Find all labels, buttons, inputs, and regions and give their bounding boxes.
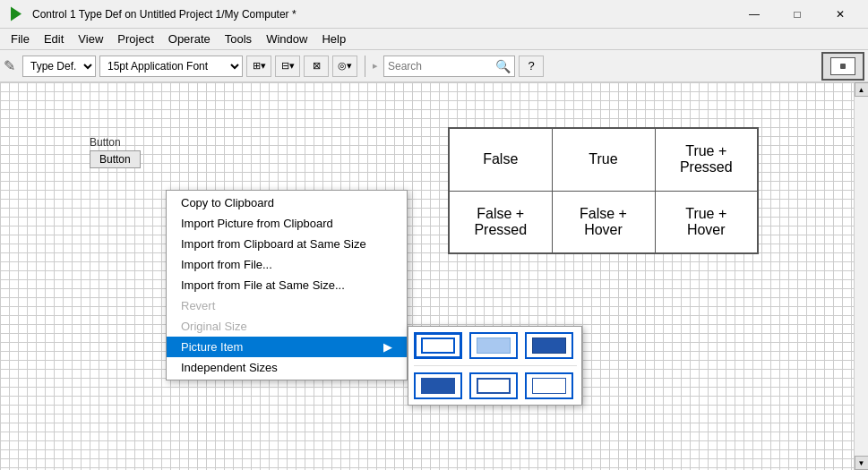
submenu-icon-light <box>477 338 511 354</box>
search-input[interactable] <box>388 60 495 73</box>
ctx-revert: Revert <box>167 295 407 316</box>
menu-help[interactable]: Help <box>314 30 353 47</box>
submenu-item-white-outline2[interactable] <box>525 372 573 399</box>
ctx-import-file-same[interactable]: Import from File at Same Size... <box>167 275 407 295</box>
canvas-button[interactable]: Button <box>90 150 141 168</box>
ctx-import-file[interactable]: Import from File... <box>167 254 407 275</box>
submenu-item-white-outline1[interactable] <box>469 372 518 399</box>
submenu <box>408 326 582 406</box>
state-cell-false: False <box>449 128 552 191</box>
menu-window[interactable]: Window <box>259 30 314 47</box>
state-grid: False True True +Pressed False +Pressed … <box>448 127 759 254</box>
state-cell-false-hover: False +Hover <box>552 191 655 253</box>
state-cell-true-hover: True +Hover <box>655 191 758 253</box>
type-def-dropdown[interactable]: Type Def. <box>22 56 96 77</box>
submenu-icon-white2 <box>532 378 566 394</box>
menu-edit[interactable]: Edit <box>37 30 71 47</box>
help-button[interactable]: ? <box>519 56 544 77</box>
submenu-arrow-icon: ▶ <box>383 340 392 354</box>
scroll-up-button[interactable]: ▲ <box>855 82 869 97</box>
titlebar: Control 1 Type Def on Untitled Project 1… <box>0 0 868 29</box>
submenu-icon-dark <box>532 338 566 354</box>
state-cell-false-pressed: False +Pressed <box>449 191 552 253</box>
submenu-icon-dark2 <box>421 378 455 394</box>
window-controls: — □ ✕ <box>734 0 861 29</box>
search-icon[interactable]: 🔍 <box>495 59 511 73</box>
submenu-item-dark[interactable] <box>525 332 573 359</box>
ctx-import-clipboard[interactable]: Import Picture from Clipboard <box>167 213 407 234</box>
toolbar-btn-4[interactable]: ◎▾ <box>332 56 357 77</box>
button-widget-label: Button <box>90 136 141 149</box>
context-menu: Copy to Clipboard Import Picture from Cl… <box>166 190 408 380</box>
ctx-picture-item-label: Picture Item <box>181 340 243 354</box>
ctx-copy-clipboard[interactable]: Copy to Clipboard <box>167 192 407 213</box>
state-cell-true-pressed: True +Pressed <box>655 128 758 191</box>
ctx-original-size: Original Size <box>167 316 407 337</box>
menu-file[interactable]: File <box>4 30 37 47</box>
submenu-icon-white1 <box>477 378 511 394</box>
toolbar-btn-3[interactable]: ⊠ <box>304 56 329 77</box>
window-title: Control 1 Type Def on Untitled Project 1… <box>32 8 296 21</box>
ctx-picture-item[interactable]: Picture Item ▶ <box>167 337 407 357</box>
right-scrollbar: ▲ ▼ <box>854 82 868 470</box>
menubar: File Edit View Project Operate Tools Win… <box>0 29 868 50</box>
menu-project[interactable]: Project <box>110 30 160 47</box>
submenu-item-light[interactable] <box>469 332 518 359</box>
canvas[interactable]: Button Button False True True +Pressed F… <box>0 82 854 470</box>
menu-tools[interactable]: Tools <box>218 30 259 47</box>
submenu-item-outline[interactable] <box>414 332 462 359</box>
maximize-button[interactable]: □ <box>777 0 818 29</box>
search-arrow: ▸ <box>373 60 378 72</box>
pencil-icon: ✎ <box>4 57 15 74</box>
submenu-icon-outline <box>421 338 455 354</box>
close-button[interactable]: ✕ <box>820 0 861 29</box>
toolbar: ✎ Type Def. 15pt Application Font ⊞▾ ⊟▾ … <box>0 50 868 82</box>
app-icon <box>7 5 25 23</box>
menu-operate[interactable]: Operate <box>161 30 218 47</box>
toolbar-btn-2[interactable]: ⊟▾ <box>275 56 300 77</box>
minimize-button[interactable]: — <box>734 0 775 29</box>
button-widget-group: Button Button <box>90 136 141 168</box>
ctx-import-clipboard-same[interactable]: Import from Clipboard at Same Size <box>167 234 407 254</box>
scroll-down-button[interactable]: ▼ <box>855 456 869 470</box>
search-box[interactable]: 🔍 <box>383 56 515 77</box>
submenu-item-dark2[interactable] <box>414 372 462 399</box>
ctx-independent-sizes[interactable]: Independent Sizes <box>167 357 407 378</box>
font-dropdown[interactable]: 15pt Application Font <box>99 56 243 77</box>
menu-view[interactable]: View <box>71 30 110 47</box>
state-cell-true: True <box>552 128 655 191</box>
toolbar-btn-1[interactable]: ⊞▾ <box>246 56 271 77</box>
main-area: Button Button False True True +Pressed F… <box>0 82 868 470</box>
panel-icon <box>821 52 864 81</box>
toolbar-separator <box>365 56 365 77</box>
submenu-divider <box>414 365 577 366</box>
submenu-grid <box>414 332 576 399</box>
